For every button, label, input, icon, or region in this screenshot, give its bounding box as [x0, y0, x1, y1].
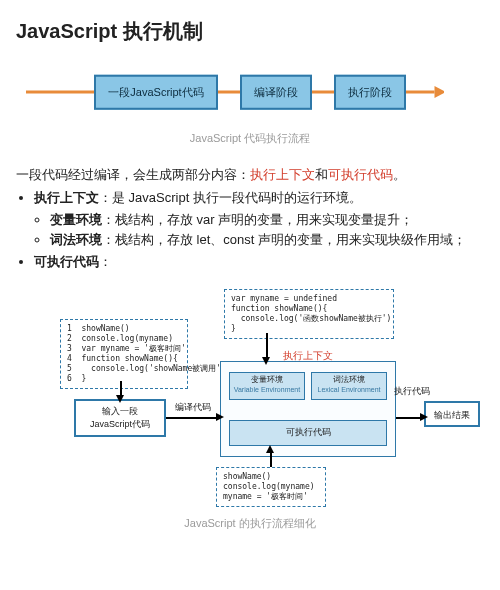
- arrow-down-icon: [262, 357, 270, 365]
- ctx-title: 执行上下文: [221, 348, 395, 363]
- code-snippet-top: var myname = undefined function showName…: [224, 289, 394, 339]
- arrow-right-icon: [420, 413, 428, 421]
- flow-stages-diagram: 一段JavaScript代码 编译阶段 执行阶段: [16, 62, 484, 122]
- executable-code-box: 可执行代码: [229, 420, 387, 446]
- flow-caption: JavaScript 代码执行流程: [16, 130, 484, 147]
- bullet-var-env: 变量环境：栈结构，存放 var 声明的变量，用来实现变量提升；: [50, 210, 484, 230]
- compile-label: 编译代码: [166, 401, 220, 415]
- code-snippet-left: 1 showName() 2 console.log(myname) 3 var…: [60, 319, 188, 389]
- variable-environment-box: 变量环境Variable Environment: [229, 372, 305, 400]
- stage-compile: 编译阶段: [240, 75, 312, 110]
- bullet-exe: 可执行代码：: [34, 252, 484, 272]
- stage-execute: 执行阶段: [334, 75, 406, 110]
- execute-label: 执行代码: [392, 385, 432, 399]
- bullet-lex-env: 词法环境：栈结构，存放 let、const 声明的变量，用来实现块级作用域；: [50, 230, 484, 250]
- body-text: 一段代码经过编译，会生成两部分内容：执行上下文和可执行代码。 执行上下文：是 J…: [16, 165, 484, 272]
- lexical-environment-box: 词法环境Lexical Environment: [311, 372, 387, 400]
- input-box: 输入一段 JavaScript代码: [74, 399, 166, 437]
- diagram-caption: JavaScript 的执行流程细化: [16, 515, 484, 532]
- arrow-up-icon: [266, 445, 274, 453]
- connector: [166, 417, 220, 419]
- page-title: JavaScript 执行机制: [16, 16, 484, 46]
- execution-context-box: 执行上下文 变量环境Variable Environment 词法环境Lexic…: [220, 361, 396, 457]
- arrow-down-icon: [116, 395, 124, 403]
- execution-detail-diagram: var myname = undefined function showName…: [16, 289, 484, 509]
- stage-code: 一段JavaScript代码: [94, 75, 217, 110]
- bullet-ctx: 执行上下文：是 JavaScript 执行一段代码时的运行环境。 变量环境：栈结…: [34, 188, 484, 250]
- output-box: 输出结果: [424, 401, 480, 427]
- lead-paragraph: 一段代码经过编译，会生成两部分内容：执行上下文和可执行代码。: [16, 165, 484, 185]
- code-snippet-bottom: showName() console.log(myname) myname = …: [216, 467, 326, 507]
